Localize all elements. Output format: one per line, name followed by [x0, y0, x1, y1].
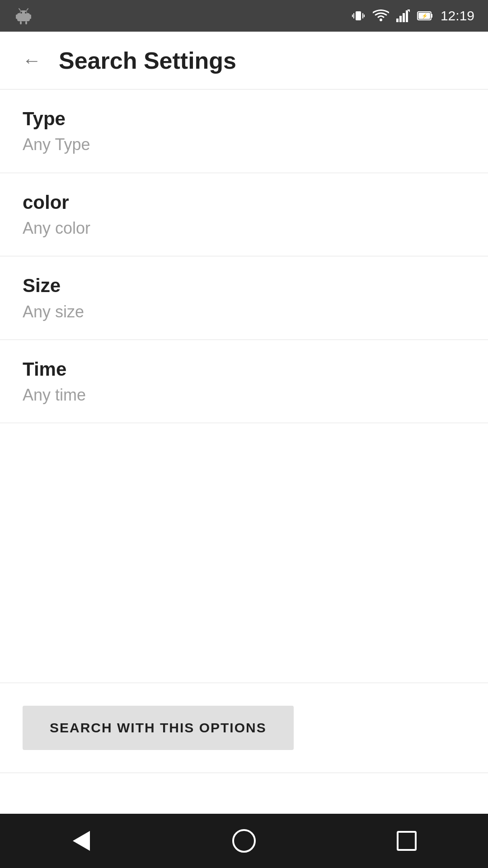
- svg-rect-16: [396, 19, 399, 22]
- svg-rect-6: [16, 14, 18, 19]
- settings-item-color[interactable]: color Any color: [0, 173, 488, 257]
- svg-rect-19: [406, 10, 408, 22]
- nav-back-icon: [73, 831, 90, 851]
- nav-recent-icon: [397, 831, 417, 851]
- settings-item-size-value: Any size: [23, 302, 465, 321]
- svg-rect-10: [356, 11, 361, 20]
- svg-rect-13: [352, 14, 353, 17]
- nav-bar: [0, 814, 488, 868]
- settings-item-size-label: Size: [23, 274, 465, 297]
- settings-item-color-label: color: [23, 191, 465, 214]
- button-area: SEARCH WITH THIS OPTIONS: [0, 683, 488, 773]
- nav-home-icon: [232, 829, 256, 853]
- settings-item-time[interactable]: Time Any time: [0, 340, 488, 424]
- settings-spacer: [0, 423, 488, 683]
- content-area: Type Any Type color Any color Size Any s…: [0, 90, 488, 814]
- back-button[interactable]: ←: [18, 47, 45, 74]
- vibrate-icon: [351, 9, 366, 23]
- toolbar: ← Search Settings: [0, 32, 488, 90]
- settings-item-color-value: Any color: [23, 218, 465, 238]
- status-bar-left: [14, 6, 33, 26]
- status-time: 12:19: [441, 8, 474, 24]
- back-arrow-icon: ←: [22, 51, 41, 70]
- nav-recent-button[interactable]: [380, 823, 434, 859]
- settings-item-time-value: Any time: [23, 385, 465, 405]
- battery-icon: ⚡: [417, 10, 433, 21]
- settings-item-time-label: Time: [23, 358, 465, 381]
- settings-list: Type Any Type color Any color Size Any s…: [0, 90, 488, 683]
- svg-rect-18: [403, 13, 405, 22]
- page-title: Search Settings: [59, 47, 236, 74]
- svg-rect-7: [29, 14, 31, 19]
- nav-home-button[interactable]: [217, 823, 271, 859]
- svg-rect-17: [399, 16, 402, 22]
- svg-rect-8: [20, 21, 22, 24]
- status-bar-right: ⚡ 12:19: [351, 8, 474, 24]
- android-icon: [14, 6, 33, 26]
- settings-item-type-label: Type: [23, 108, 465, 130]
- svg-line-4: [19, 9, 20, 10]
- settings-item-type-value: Any Type: [23, 135, 465, 154]
- svg-rect-22: [431, 14, 432, 18]
- search-with-options-button[interactable]: SEARCH WITH THIS OPTIONS: [23, 706, 294, 750]
- svg-line-5: [27, 9, 28, 10]
- settings-item-size[interactable]: Size Any size: [0, 256, 488, 340]
- bottom-padding: [0, 773, 488, 814]
- signal-icon: [396, 9, 410, 22]
- nav-back-button[interactable]: [54, 823, 108, 859]
- svg-point-15: [380, 19, 382, 21]
- svg-rect-9: [25, 21, 27, 24]
- wifi-icon: [373, 9, 389, 22]
- settings-item-type[interactable]: Type Any Type: [0, 90, 488, 173]
- svg-rect-12: [362, 13, 363, 19]
- status-bar: ⚡ 12:19: [0, 0, 488, 32]
- svg-rect-11: [353, 13, 354, 19]
- svg-point-2: [20, 12, 22, 14]
- svg-text:⚡: ⚡: [422, 13, 428, 19]
- svg-rect-14: [364, 14, 365, 17]
- svg-point-3: [25, 12, 27, 14]
